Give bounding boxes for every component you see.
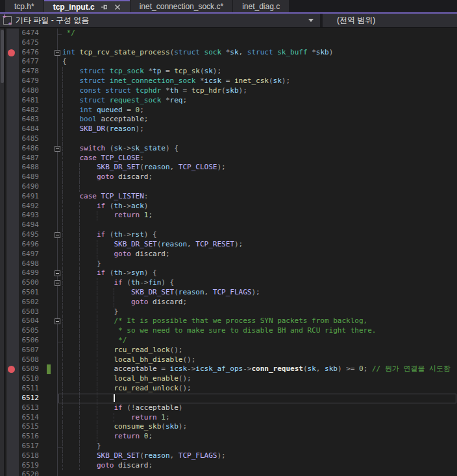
line-number[interactable]: 6505 <box>19 326 39 336</box>
line-number[interactable]: 6499 <box>19 268 39 278</box>
code-line[interactable]: 6506 */ <box>0 336 457 346</box>
line-number[interactable]: 6501 <box>19 288 39 298</box>
line-number[interactable]: 6497 <box>19 250 39 259</box>
code-line[interactable]: 6488SKB_DR_SET(reason, TCP_CLOSE); <box>0 163 457 173</box>
code-line[interactable]: 6502goto discard; <box>0 298 457 307</box>
line-number[interactable]: 6480 <box>19 86 39 96</box>
line-number[interactable]: 6475 <box>19 38 39 48</box>
collapse-toggle-icon[interactable] <box>55 146 60 152</box>
line-number[interactable]: 6517 <box>19 442 39 451</box>
code-line[interactable]: 6507rcu_read_lock(); <box>0 346 457 355</box>
line-number[interactable]: 6479 <box>19 77 39 86</box>
line-number[interactable]: 6518 <box>19 451 39 461</box>
line-number[interactable]: 6510 <box>19 374 39 384</box>
code-line[interactable]: 6508local_bh_disable(); <box>0 355 457 365</box>
project-context-dropdown[interactable]: 기타 파일 - 구성 없음 <box>0 14 320 27</box>
code-line[interactable]: 6497goto discard; <box>0 250 457 259</box>
line-number[interactable]: 6512 <box>19 394 39 403</box>
code-line[interactable]: 6510local_bh_enable(); <box>0 374 457 384</box>
collapse-toggle-icon[interactable] <box>55 318 60 324</box>
code-line[interactable]: 6498} <box>0 259 457 269</box>
line-number[interactable]: 6493 <box>19 211 39 220</box>
line-number[interactable]: 6481 <box>19 96 39 106</box>
code-line[interactable]: 6485 <box>0 134 457 144</box>
line-number[interactable]: 6484 <box>19 125 39 134</box>
code-line[interactable]: 6479struct inet_connection_sock *icsk = … <box>0 77 457 86</box>
code-line[interactable]: 6484SKB_DR(reason); <box>0 125 457 134</box>
line-number[interactable]: 6496 <box>19 240 39 250</box>
code-line[interactable]: 6494 <box>0 220 457 230</box>
code-line[interactable]: 6481struct request_sock *req; <box>0 96 457 106</box>
line-number[interactable]: 6503 <box>19 307 39 317</box>
line-number[interactable]: 6516 <box>19 432 39 442</box>
code-line[interactable]: 6501SKB_DR_SET(reason, TCP_FLAGS); <box>0 288 457 298</box>
code-line[interactable]: 6513if (!acceptable) <box>0 403 457 413</box>
line-number[interactable]: 6520 <box>19 470 39 476</box>
code-line[interactable]: 6496SKB_DR_SET(reason, TCP_RESET); <box>0 240 457 250</box>
code-line[interactable]: 6520 <box>0 470 457 476</box>
line-number[interactable]: 6490 <box>19 182 39 192</box>
code-line[interactable]: 6509acceptable = icsk->icsk_af_ops->conn… <box>0 364 457 374</box>
code-line[interactable]: 6489goto discard; <box>0 173 457 182</box>
code-line[interactable]: 6482int queued = 0; <box>0 106 457 115</box>
collapse-toggle-icon[interactable] <box>55 270 60 276</box>
code-line[interactable]: 6483bool acceptable; <box>0 115 457 125</box>
tab-inet-connection-sock-c[interactable]: inet_connection_sock.c* <box>130 0 232 12</box>
code-line[interactable]: 6491case TCP_LISTEN: <box>0 192 457 202</box>
line-number[interactable]: 6504 <box>19 316 39 326</box>
line-number[interactable]: 6482 <box>19 106 39 115</box>
code-line[interactable]: 6492if (th->ack) <box>0 202 457 211</box>
breakpoint-indicator[interactable] <box>8 49 15 56</box>
code-line[interactable]: 6490 <box>0 182 457 192</box>
code-line[interactable]: 6486switch (sk->sk_state) { <box>0 144 457 154</box>
line-number[interactable]: 6485 <box>19 134 39 144</box>
code-line[interactable]: 6487case TCP_CLOSE: <box>0 154 457 163</box>
collapse-toggle-icon[interactable] <box>55 232 60 238</box>
line-number[interactable]: 6476 <box>19 48 39 58</box>
line-number[interactable]: 6489 <box>19 173 39 182</box>
code-line[interactable]: 6476int tcp_rcv_state_process(struct soc… <box>0 48 457 58</box>
line-number[interactable]: 6492 <box>19 202 39 211</box>
collapse-toggle-icon[interactable] <box>55 280 60 286</box>
code-line[interactable]: 6504/* It is possible that we process SY… <box>0 316 457 326</box>
code-line[interactable]: 6518SKB_DR_SET(reason, TCP_FLAGS); <box>0 451 457 461</box>
code-line[interactable]: 6516return 0; <box>0 432 457 442</box>
close-icon[interactable] <box>114 4 121 10</box>
line-number[interactable]: 6486 <box>19 144 39 154</box>
line-number[interactable]: 6478 <box>19 67 39 77</box>
line-number[interactable]: 6494 <box>19 220 39 230</box>
code-line[interactable]: 6493return 1; <box>0 211 457 220</box>
line-number[interactable]: 6477 <box>19 57 39 67</box>
collapse-toggle-icon[interactable] <box>55 50 60 56</box>
line-number[interactable]: 6491 <box>19 192 39 202</box>
line-number[interactable]: 6514 <box>19 413 39 423</box>
code-line[interactable]: 6478struct tcp_sock *tp = tcp_sk(sk); <box>0 67 457 77</box>
line-number[interactable]: 6502 <box>19 298 39 307</box>
scrollbar-thumb[interactable] <box>1 30 4 83</box>
code-line[interactable]: 6503} <box>0 307 457 317</box>
line-number[interactable]: 6508 <box>19 355 39 365</box>
code-line[interactable]: 6480const struct tcphdr *th = tcp_hdr(sk… <box>0 86 457 96</box>
code-line[interactable]: 6511rcu_read_unlock(); <box>0 384 457 394</box>
chevron-down-icon[interactable] <box>308 19 314 22</box>
line-number[interactable]: 6487 <box>19 154 39 163</box>
line-number[interactable]: 6483 <box>19 115 39 125</box>
code-line[interactable]: 6515consume_skb(skb); <box>0 422 457 432</box>
code-line[interactable]: 6517} <box>0 442 457 451</box>
line-number[interactable]: 6511 <box>19 384 39 394</box>
line-number[interactable]: 6509 <box>19 364 39 374</box>
tab-inet-diag-c[interactable]: inet_diag.c <box>233 0 289 12</box>
code-line[interactable]: 6499if (th->syn) { <box>0 268 457 278</box>
code-line[interactable]: 6495if (th->rst) { <box>0 230 457 240</box>
scope-dropdown[interactable]: (전역 범위) <box>323 14 457 27</box>
tab-tcp-input-c[interactable]: tcp_input.c <box>44 0 130 12</box>
code-line[interactable]: 6505 * so we need to make sure to disabl… <box>0 326 457 336</box>
line-number[interactable]: 6513 <box>19 403 39 413</box>
line-number[interactable]: 6495 <box>19 230 39 240</box>
tab-tcp-h[interactable]: tcp.h* <box>5 0 43 12</box>
breakpoint-indicator[interactable] <box>8 366 15 373</box>
code-line[interactable]: 6514return 1; <box>0 413 457 423</box>
line-number[interactable]: 6500 <box>19 278 39 288</box>
code-line[interactable]: 6500if (th->fin) { <box>0 278 457 288</box>
code-line[interactable]: 6512 <box>0 394 457 403</box>
